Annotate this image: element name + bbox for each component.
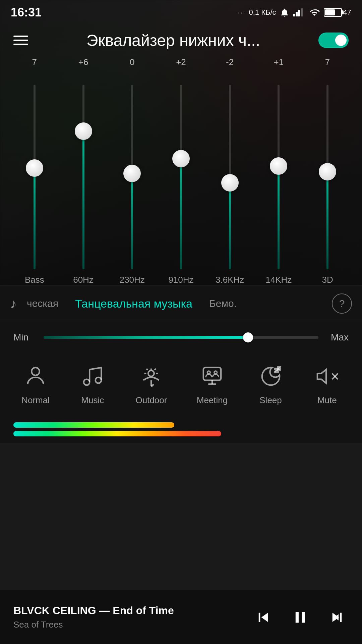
eq-value-230hz: 0 xyxy=(112,57,152,67)
svg-point-4 xyxy=(32,368,39,375)
outdoor-icon-container xyxy=(138,363,165,390)
eq-label-14khz: 14KHz xyxy=(258,275,299,285)
mode-mute[interactable]: Mute xyxy=(314,363,341,406)
preset-section: ♪ ческая Танцевальная музыка Бемо. ? xyxy=(0,285,362,322)
music-note-icon xyxy=(81,365,104,388)
bass-min-label: Min xyxy=(13,332,34,343)
eq-slider-60hz[interactable] xyxy=(68,85,99,269)
status-bar: 16:31 ··· 0,1 КБ/с 47 xyxy=(0,0,362,23)
eq-value-910hz: +2 xyxy=(161,57,201,67)
svg-rect-2 xyxy=(298,10,300,16)
prev-button[interactable] xyxy=(251,605,275,629)
normal-label: Normal xyxy=(21,395,50,406)
meeting-icon-container xyxy=(199,363,226,390)
player-subtitle: Sea of Trees xyxy=(13,620,251,630)
preset-classic[interactable]: ческая xyxy=(27,298,58,309)
eq-slider-3.6khz[interactable] xyxy=(215,85,245,269)
svg-line-10 xyxy=(155,369,156,370)
alarm-icon xyxy=(280,7,290,17)
svg-rect-3 xyxy=(301,8,303,16)
svg-point-7 xyxy=(148,371,155,377)
svg-line-12 xyxy=(146,369,148,370)
eq-label-3d: 3D xyxy=(307,275,348,285)
player-controls xyxy=(251,605,349,629)
eq-value-bass: 7 xyxy=(14,57,55,67)
music-icon-container xyxy=(79,363,106,390)
eq-slider-910hz[interactable] xyxy=(166,85,196,269)
pause-button[interactable] xyxy=(288,605,312,629)
equalizer-toggle[interactable] xyxy=(318,33,349,48)
battery-container: 47 xyxy=(324,8,351,17)
mute-icon-container xyxy=(314,363,341,390)
eq-value-60hz: +6 xyxy=(63,57,104,67)
next-icon xyxy=(328,608,346,627)
meeting-label: Meeting xyxy=(197,395,228,406)
bass-boost-thumb[interactable] xyxy=(243,332,253,342)
wifi-icon xyxy=(308,7,320,17)
eq-slider-14khz[interactable] xyxy=(263,85,294,269)
eq-slider-3d[interactable] xyxy=(312,85,343,269)
eq-label-bass: Bass xyxy=(14,275,55,285)
svg-rect-1 xyxy=(296,12,298,16)
eq-slider-230hz[interactable] xyxy=(117,85,147,269)
svg-rect-0 xyxy=(293,14,295,16)
mute-icon xyxy=(315,365,339,388)
preset-music-icon: ♪ xyxy=(10,296,17,311)
outdoor-label: Outdoor xyxy=(136,395,167,406)
bass-boost-fill xyxy=(44,336,250,339)
normal-icon xyxy=(22,363,49,390)
status-time: 16:31 xyxy=(11,5,42,19)
meeting-icon xyxy=(200,365,224,388)
eq-label-230hz: 230Hz xyxy=(112,275,152,285)
prev-icon xyxy=(254,608,273,627)
svg-rect-14 xyxy=(203,368,221,380)
preset-list: ческая Танцевальная музыка Бемо. xyxy=(27,297,332,310)
music-label: Music xyxy=(81,395,104,406)
svg-point-18 xyxy=(214,371,217,374)
preset-help-button[interactable]: ? xyxy=(332,293,352,314)
eq-labels-row: Bass 60Hz 230Hz 910Hz 3.6KHz 14KHz 3D xyxy=(7,275,355,285)
eq-value-3d: 7 xyxy=(307,57,348,67)
status-network: 0,1 КБ/с xyxy=(249,8,276,17)
mute-label: Mute xyxy=(317,395,337,406)
sleep-icon: z z xyxy=(259,365,283,388)
color-bars-section xyxy=(0,412,362,443)
mode-normal[interactable]: Normal xyxy=(21,363,50,406)
eq-value-3.6khz: -2 xyxy=(210,57,250,67)
eq-sliders xyxy=(7,71,355,269)
player-section: BLVCK CEILING — End of Time Sea of Trees xyxy=(0,590,362,644)
status-right: ··· 0,1 КБ/с 47 xyxy=(238,7,351,17)
svg-point-5 xyxy=(84,379,90,385)
mode-section: Normal Music xyxy=(0,353,362,412)
status-dots: ··· xyxy=(238,9,246,16)
mode-outdoor[interactable]: Outdoor xyxy=(136,363,167,406)
eq-label-3.6khz: 3.6KHz xyxy=(210,275,250,285)
person-icon xyxy=(24,365,47,388)
battery-icon xyxy=(324,8,342,17)
mode-sleep[interactable]: z z Sleep xyxy=(257,363,284,406)
sleep-label: Sleep xyxy=(259,395,282,406)
preset-dance[interactable]: Танцевальная музыка xyxy=(75,297,192,310)
eq-value-14khz: +1 xyxy=(258,57,299,67)
header: Эквалайзер нижних ч... xyxy=(0,23,362,57)
color-bar-1 xyxy=(13,422,174,428)
page-title: Эквалайзер нижних ч... xyxy=(28,31,318,50)
next-button[interactable] xyxy=(325,605,349,629)
bass-max-label: Max xyxy=(328,332,349,343)
battery-level: 47 xyxy=(343,8,351,17)
player-info: BLVCK CEILING — End of Time Sea of Trees xyxy=(13,604,251,630)
eq-label-60hz: 60Hz xyxy=(63,275,104,285)
color-bar-2 xyxy=(13,431,221,436)
sleep-icon-container: z z xyxy=(257,363,284,390)
player-title: BLVCK CEILING — End of Time xyxy=(13,604,251,617)
outdoor-icon xyxy=(139,365,163,388)
eq-slider-bass[interactable] xyxy=(19,85,50,269)
eq-values-row: 7 +6 0 +2 -2 +1 7 xyxy=(7,57,355,67)
equalizer-section: 7 +6 0 +2 -2 +1 7 xyxy=(0,57,362,285)
mode-music[interactable]: Music xyxy=(79,363,106,406)
menu-button[interactable] xyxy=(13,36,28,45)
mode-meeting[interactable]: Meeting xyxy=(197,363,228,406)
preset-flat[interactable]: Бемо. xyxy=(209,298,237,309)
bass-boost-slider[interactable] xyxy=(44,336,318,339)
bass-boost-section: Min Max xyxy=(0,322,362,353)
